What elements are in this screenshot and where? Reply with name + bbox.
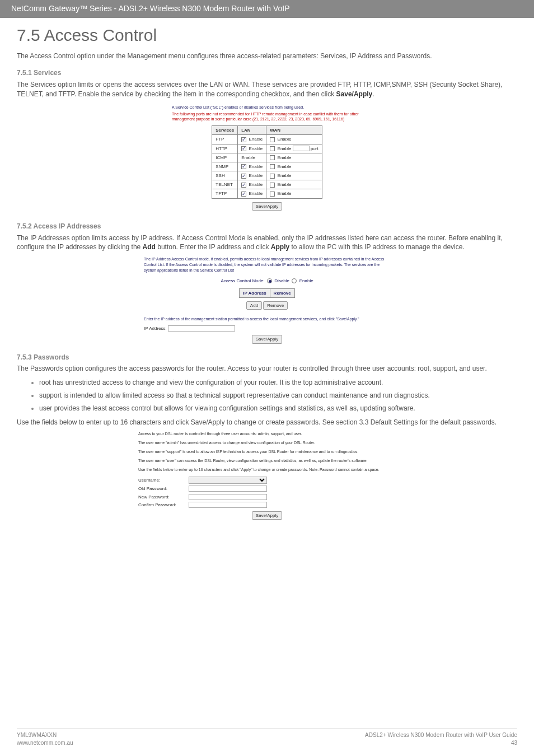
icmp-wan-chk[interactable] bbox=[270, 155, 275, 160]
pw-bullet-root: root has unrestricted access to change a… bbox=[39, 378, 517, 388]
row-icmp: ICMP bbox=[212, 153, 238, 162]
pw-new-label: New Password: bbox=[138, 494, 189, 500]
ip-add-btn[interactable]: Add bbox=[246, 301, 262, 310]
lbl-port: port bbox=[311, 146, 318, 151]
tftp-lan-chk[interactable] bbox=[241, 192, 246, 197]
services-text-bold: Save/Apply bbox=[336, 90, 373, 98]
th-lan: LAN bbox=[238, 126, 266, 135]
footer-page: 43 bbox=[365, 739, 517, 747]
ipaddr-screenshot: The IP Address Access Control mode, if e… bbox=[144, 256, 390, 343]
pw-bullets: root has unrestricted access to change a… bbox=[39, 378, 517, 413]
services-save-btn[interactable]: Save/Apply bbox=[252, 202, 282, 211]
pw-new-input[interactable] bbox=[189, 494, 267, 500]
row-ssh: SSH bbox=[212, 171, 238, 180]
snmp-wan-chk[interactable] bbox=[270, 164, 275, 169]
ip-disable-radio[interactable] bbox=[267, 278, 272, 283]
lbl: Enable bbox=[249, 173, 263, 178]
services-text-pre: The Services option limits or opens the … bbox=[17, 81, 502, 98]
footer-url: www.netcomm.com.au bbox=[17, 739, 73, 747]
lbl: Enable bbox=[249, 164, 263, 169]
pw-l1: Access to your DSL router is controlled … bbox=[138, 431, 396, 437]
lbl: Enable bbox=[249, 182, 263, 187]
ip-remove-btn[interactable]: Remove bbox=[263, 301, 288, 310]
ip-field-row: IP Address: bbox=[144, 325, 390, 332]
telnet-wan-chk[interactable] bbox=[270, 183, 275, 188]
ip-bold-add: Add bbox=[143, 243, 156, 251]
ssh-wan-chk[interactable] bbox=[270, 174, 275, 179]
http-lan-chk[interactable] bbox=[241, 146, 246, 151]
footer-model: YML9WMAXXN bbox=[17, 731, 73, 739]
telnet-lan-chk[interactable] bbox=[241, 183, 246, 188]
lbl: Enable bbox=[278, 146, 292, 151]
ip-input[interactable] bbox=[168, 325, 235, 332]
lbl: Enable bbox=[278, 182, 292, 187]
services-text-post: . bbox=[372, 90, 374, 98]
scl-note-2: The following ports are not recommended … bbox=[172, 111, 362, 123]
ftp-lan-chk[interactable] bbox=[241, 137, 246, 142]
ip-instr: Enter the IP address of the management s… bbox=[144, 316, 390, 322]
ip-post: to allow the PC with this IP address to … bbox=[289, 243, 465, 251]
pw-heading: 7.5.3 Passwords bbox=[17, 353, 517, 362]
ssh-lan-chk[interactable] bbox=[241, 174, 246, 179]
th-ipaddr: IP Address bbox=[240, 288, 270, 297]
ip-mid: button. Enter the IP address and click bbox=[156, 243, 271, 251]
ftp-wan-chk[interactable] bbox=[270, 137, 275, 142]
pw-user-select[interactable] bbox=[189, 477, 267, 484]
http-port-input[interactable] bbox=[293, 146, 310, 151]
services-screenshot: A Service Control List ("SCL") enables o… bbox=[172, 105, 362, 211]
th-wan: WAN bbox=[266, 126, 322, 135]
ip-mode-row: Access Control Mode: Disable Enable bbox=[144, 278, 390, 284]
services-table: Services LAN WAN FTP Enable Enable HTTP … bbox=[212, 125, 322, 199]
th-remove: Remove bbox=[270, 288, 294, 297]
ip-field-label: IP Address: bbox=[144, 326, 167, 331]
ipaddr-text: The IP Addresses option limits access by… bbox=[17, 234, 517, 253]
row-snmp: SNMP bbox=[212, 162, 238, 171]
section-intro: The Access Control option under the Mana… bbox=[17, 52, 517, 61]
lbl: Enable bbox=[278, 155, 292, 160]
th-services: Services bbox=[212, 126, 238, 135]
services-text: The Services option limits or opens the … bbox=[17, 80, 517, 99]
ip-table: IP AddressRemove bbox=[239, 288, 294, 298]
pw-confirm-input[interactable] bbox=[189, 502, 267, 508]
lbl: Enable bbox=[278, 173, 292, 178]
tftp-wan-chk[interactable] bbox=[270, 192, 275, 197]
ipaddr-heading: 7.5.2 Access IP Addresses bbox=[17, 222, 517, 231]
row-http: HTTP bbox=[212, 144, 238, 153]
http-wan-chk[interactable] bbox=[270, 146, 275, 151]
page-content: 7.5 Access Control The Access Control op… bbox=[0, 24, 534, 576]
pw-l3: The user name "support" is used to allow… bbox=[138, 449, 396, 455]
lbl: Enable bbox=[278, 137, 292, 142]
header-bar: NetComm Gateway™ Series - ADSL2+ Wireles… bbox=[0, 0, 534, 18]
footer-right: ADSL2+ Wireless N300 Modem Router with V… bbox=[365, 731, 517, 747]
footer-guide: ADSL2+ Wireless N300 Modem Router with V… bbox=[365, 731, 517, 739]
pw-l4: The user name "user" can access the DSL … bbox=[138, 458, 396, 464]
ip-bold-apply: Apply bbox=[271, 243, 289, 251]
pw-user-label: Username: bbox=[138, 477, 189, 483]
footer: YML9WMAXXN www.netcomm.com.au ADSL2+ Wir… bbox=[17, 729, 517, 747]
pw-confirm-label: Confirm Password: bbox=[138, 502, 189, 508]
lbl: Enable bbox=[241, 155, 255, 160]
lbl: Enable bbox=[249, 137, 263, 142]
row-telnet: TELNET bbox=[212, 180, 238, 189]
row-ftp: FTP bbox=[212, 135, 238, 144]
pw-bullet-support: support is intended to allow limited acc… bbox=[39, 391, 517, 400]
row-tftp: TFTP bbox=[212, 189, 238, 198]
ip-enable-radio[interactable] bbox=[292, 278, 297, 283]
pw-l2: The user name "admin" has unrestricted a… bbox=[138, 440, 396, 446]
pw-old-input[interactable] bbox=[189, 486, 267, 492]
pw-intro: The Passwords option configures the acce… bbox=[17, 364, 517, 374]
footer-left: YML9WMAXXN www.netcomm.com.au bbox=[17, 731, 73, 747]
pw-l5: Use the fields below to enter up to 16 c… bbox=[138, 467, 396, 473]
lbl: Enable bbox=[249, 191, 263, 196]
ip-mode-label: Access Control Mode: bbox=[221, 278, 264, 283]
ip-note: The IP Address Access Control mode, if e… bbox=[144, 256, 390, 273]
pw-bullet-user: user provides the least access control b… bbox=[39, 404, 517, 413]
lbl: Enable bbox=[278, 191, 292, 196]
services-heading: 7.5.1 Services bbox=[17, 68, 517, 78]
lbl: Enable bbox=[249, 146, 263, 151]
ip-save-btn[interactable]: Save/Apply bbox=[252, 335, 282, 343]
snmp-lan-chk[interactable] bbox=[241, 164, 246, 169]
pw-old-label: Old Password: bbox=[138, 486, 189, 492]
pw-save-btn[interactable]: Save/Apply bbox=[252, 511, 282, 520]
lbl: Enable bbox=[278, 164, 292, 169]
